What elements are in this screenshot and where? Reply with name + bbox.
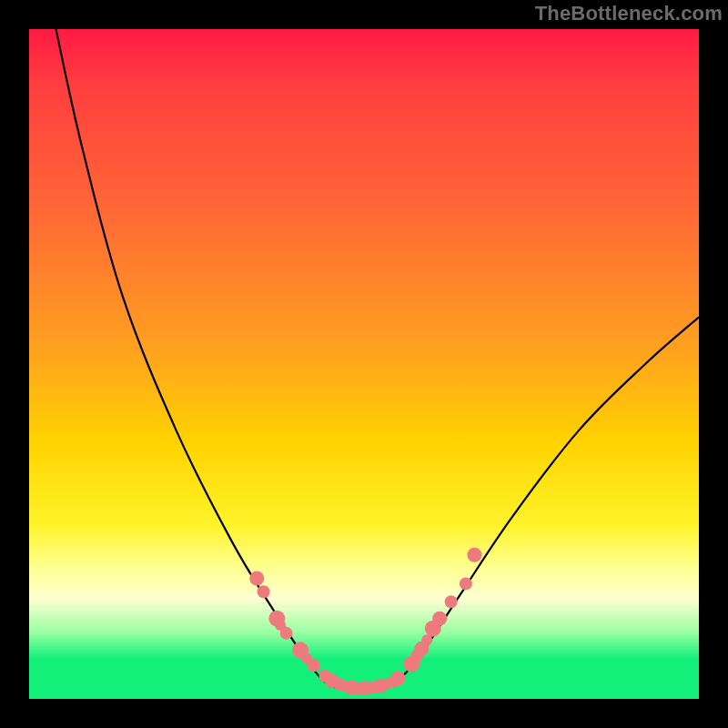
data-point xyxy=(432,612,447,626)
bottleneck-curve-svg xyxy=(29,29,699,699)
data-point xyxy=(308,659,320,672)
data-point xyxy=(445,595,458,608)
watermark-text: TheBottleneck.com xyxy=(535,2,723,25)
data-point xyxy=(391,671,406,685)
data-point xyxy=(467,548,481,562)
data-point xyxy=(460,577,472,590)
curve-group xyxy=(56,29,699,689)
data-point xyxy=(249,571,264,586)
bottleneck-curve xyxy=(56,29,699,689)
plot-area xyxy=(29,29,699,699)
data-point xyxy=(280,627,293,640)
data-point xyxy=(258,585,270,598)
marker-group xyxy=(249,548,481,695)
chart-frame: TheBottleneck.com xyxy=(0,0,728,728)
